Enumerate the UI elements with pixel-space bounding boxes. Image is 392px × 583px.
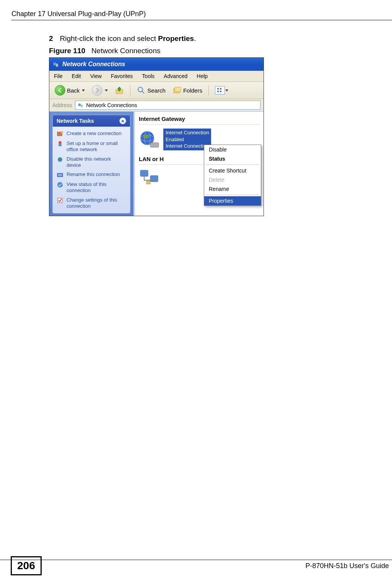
conn-line3: Internet Connection [166,143,209,150]
forward-button[interactable] [89,84,110,96]
settings-icon [57,197,63,204]
page-header: Chapter 17 Universal Plug-and-Play (UPnP… [11,10,392,18]
step-number: 2 [49,34,53,42]
sidebar: Network Tasks Create a new connection [49,112,133,216]
context-menu-status[interactable]: Status [204,154,261,163]
toolbar-separator [208,85,209,96]
figure-caption: Figure 110 Network Connections [49,47,374,55]
search-label: Search [147,87,166,94]
menu-edit[interactable]: Edit [70,72,83,80]
task-label: Set up a home or small office network [67,140,126,153]
page-footer: 206 P-870HN-51b User's Guide [0,556,392,575]
main-pane: Internet Gateway Internet Connection Ena… [133,112,264,216]
svg-rect-31 [146,181,150,184]
context-menu: Disable Status Create Shortcut Delete Re… [204,145,261,206]
up-button[interactable] [112,85,126,96]
svg-rect-8 [217,88,219,90]
client-area: Network Tasks Create a new connection [49,112,264,216]
header-rule [11,20,392,20]
conn-line1: Internet Connection [166,129,209,136]
task-label: View status of this connection [67,181,126,194]
context-menu-properties[interactable]: Properties [204,196,261,205]
task-setup-network[interactable]: Set up a home or small office network [57,139,126,155]
search-button[interactable]: Search [134,85,168,96]
new-connection-icon [57,130,63,137]
context-menu-create-shortcut[interactable]: Create Shortcut [204,166,261,175]
page-number: 206 [11,556,42,575]
address-value: Network Connections [86,102,137,108]
svg-rect-7 [175,87,181,92]
svg-point-23 [57,182,63,187]
svg-rect-29 [140,170,148,176]
folder-up-icon [115,86,124,95]
task-label: Disable this network device [67,156,126,169]
search-icon [137,86,146,95]
svg-point-20 [59,158,61,161]
network-tasks-panel: Network Tasks Create a new connection [52,115,130,213]
figure-label: Figure 110 [49,47,85,55]
folders-label: Folders [183,87,202,94]
status-icon [57,181,63,188]
step-text-before: Right-click the icon and select [60,34,158,42]
context-menu-rename[interactable]: Rename [204,184,261,194]
step-text-bold: Properties [158,34,194,42]
document-page: Chapter 17 Universal Plug-and-Play (UPnP… [0,0,392,583]
home-network-icon [57,140,63,147]
svg-point-12 [78,104,81,106]
menu-help[interactable]: Help [194,72,210,80]
svg-rect-11 [220,91,221,92]
task-label: Change settings of this connection [67,197,126,210]
svg-rect-28 [150,143,159,147]
group-internet-gateway: Internet Gateway [139,115,260,125]
step-text-after: . [194,34,196,42]
network-connections-icon [78,102,84,108]
chevron-down-icon [105,90,108,91]
context-menu-delete: Delete [204,175,261,184]
task-change-settings[interactable]: Change settings of this connection [57,195,126,211]
address-label: Address [52,102,72,108]
views-icon [215,86,225,94]
chapter-title: Chapter 17 Universal Plug-and-Play (UPnP… [11,10,146,18]
menu-favorites[interactable]: Favorites [109,72,135,80]
folders-button[interactable]: Folders [170,85,205,96]
svg-point-16 [61,131,63,134]
menubar: File Edit View Favorites Tools Advanced … [49,71,264,82]
panel-body: Create a new connection Set up a home or… [53,127,130,213]
menu-tools[interactable]: Tools [140,72,157,80]
back-button[interactable]: Back [52,84,87,96]
collapse-icon[interactable] [119,117,126,124]
screenshot-window: Network Connections File Edit View Favor… [49,57,264,216]
chevron-down-icon [82,90,85,91]
back-label: Back [67,87,80,94]
svg-rect-18 [59,144,62,146]
menu-advanced[interactable]: Advanced [161,72,190,80]
task-create-connection[interactable]: Create a new connection [57,129,126,139]
svg-point-17 [59,141,62,144]
body-content: 2Right-click the icon and select Propert… [49,34,374,216]
context-menu-separator [206,164,259,165]
task-disable-device[interactable]: Disable this network device [57,155,126,170]
toolbar-separator [130,85,130,96]
svg-rect-9 [217,91,219,92]
svg-point-13 [81,105,83,107]
folders-icon [172,86,182,95]
titlebar[interactable]: Network Connections [49,58,264,71]
back-icon [55,85,65,96]
guide-name: P-870HN-51b User's Guide [305,562,389,570]
menu-file[interactable]: File [52,72,65,80]
task-rename-connection[interactable]: Rename this connection [57,170,126,180]
task-view-status[interactable]: View status of this connection [57,180,126,195]
forward-icon [92,85,102,96]
svg-rect-10 [220,88,221,90]
svg-rect-14 [81,106,83,107]
context-menu-disable[interactable]: Disable [204,145,261,154]
panel-title: Network Tasks [57,118,94,124]
views-button[interactable] [213,85,232,95]
svg-point-0 [53,62,56,65]
menu-view[interactable]: View [88,72,104,80]
rename-icon [57,171,63,178]
panel-header[interactable]: Network Tasks [53,115,130,127]
address-field[interactable]: Network Connections [75,101,260,110]
network-connections-icon [52,61,59,68]
task-label: Rename this connection [67,171,120,178]
